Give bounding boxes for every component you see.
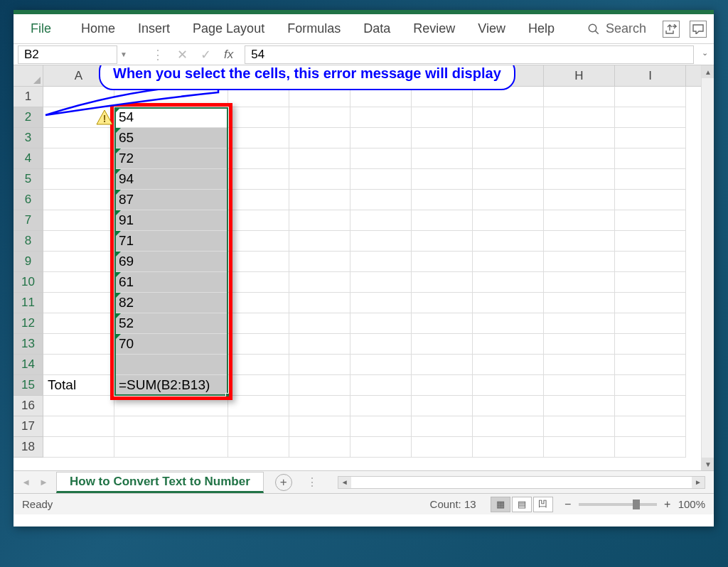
cell-I4[interactable] — [615, 148, 686, 169]
cell-H6[interactable] — [544, 190, 615, 210]
cell-I2[interactable] — [615, 107, 686, 128]
formula-expand[interactable]: ⌄ — [702, 48, 708, 58]
cell-A17[interactable] — [43, 416, 114, 437]
tab-formulas[interactable]: Formulas — [277, 17, 350, 40]
scroll-down-button[interactable]: ▼ — [702, 458, 714, 470]
zoom-level[interactable]: 100% — [678, 498, 705, 510]
cell-D13[interactable] — [289, 334, 350, 355]
cell-F3[interactable] — [412, 128, 473, 148]
cell-C14[interactable] — [228, 355, 289, 375]
tab-help[interactable]: Help — [518, 17, 564, 40]
comments-button[interactable] — [690, 21, 707, 38]
cell-D12[interactable] — [289, 313, 350, 334]
cell-H11[interactable] — [544, 293, 615, 313]
cell-F2[interactable] — [412, 107, 473, 128]
cell-C3[interactable] — [228, 128, 289, 148]
row-header-18[interactable]: 18 — [14, 437, 43, 458]
cell-B9[interactable]: 69 — [114, 252, 228, 272]
cell-F15[interactable] — [412, 375, 473, 396]
col-header-I[interactable]: I — [615, 65, 686, 87]
cell-D17[interactable] — [289, 416, 350, 437]
cell-G5[interactable] — [473, 169, 544, 190]
cell-E6[interactable] — [350, 190, 412, 210]
cell-E18[interactable] — [350, 437, 412, 458]
cell-F18[interactable] — [412, 437, 473, 458]
row-header-13[interactable]: 13 — [14, 334, 43, 355]
add-sheet-button[interactable]: + — [275, 474, 292, 491]
cell-H17[interactable] — [544, 416, 615, 437]
cell-D3[interactable] — [289, 128, 350, 148]
tab-view[interactable]: View — [468, 17, 515, 40]
cell-G14[interactable] — [473, 355, 544, 375]
cell-A15[interactable]: Total — [43, 375, 114, 396]
cell-E8[interactable] — [350, 231, 412, 252]
cell-H12[interactable] — [544, 313, 615, 334]
cell-B18[interactable] — [114, 437, 228, 458]
vertical-scrollbar[interactable]: ▲ ▼ — [701, 65, 714, 470]
cell-F13[interactable] — [412, 334, 473, 355]
cell-G9[interactable] — [473, 252, 544, 272]
row-header-10[interactable]: 10 — [14, 272, 43, 293]
cell-C12[interactable] — [228, 313, 289, 334]
cell-I15[interactable] — [615, 375, 686, 396]
cell-C18[interactable] — [228, 437, 289, 458]
cell-D16[interactable] — [289, 396, 350, 416]
cell-B15[interactable]: =SUM(B2:B13) — [114, 375, 228, 396]
cell-A5[interactable] — [43, 169, 114, 190]
cell-I10[interactable] — [615, 272, 686, 293]
cell-B10[interactable]: 61 — [114, 272, 228, 293]
cell-H3[interactable] — [544, 128, 615, 148]
cell-E13[interactable] — [350, 334, 412, 355]
cell-A7[interactable] — [43, 210, 114, 231]
zoom-out[interactable]: − — [562, 498, 574, 511]
cell-I13[interactable] — [615, 334, 686, 355]
cell-D5[interactable] — [289, 169, 350, 190]
cell-H10[interactable] — [544, 272, 615, 293]
cell-B8[interactable]: 71 — [114, 231, 228, 252]
row-header-11[interactable]: 11 — [14, 293, 43, 313]
row-header-7[interactable]: 7 — [14, 210, 43, 231]
cell-C7[interactable] — [228, 210, 289, 231]
cell-F9[interactable] — [412, 252, 473, 272]
cell-A13[interactable] — [43, 334, 114, 355]
cell-D15[interactable] — [289, 375, 350, 396]
zoom-slider[interactable] — [579, 503, 657, 506]
cell-G18[interactable] — [473, 437, 544, 458]
tab-insert[interactable]: Insert — [128, 17, 180, 40]
cell-E4[interactable] — [350, 148, 412, 169]
cell-H16[interactable] — [544, 396, 615, 416]
cell-H2[interactable] — [544, 107, 615, 128]
cell-G2[interactable] — [473, 107, 544, 128]
row-header-16[interactable]: 16 — [14, 396, 43, 416]
cell-D2[interactable] — [289, 107, 350, 128]
tab-file[interactable]: File — [21, 17, 61, 40]
cell-C17[interactable] — [228, 416, 289, 437]
cell-G12[interactable] — [473, 313, 544, 334]
view-normal[interactable]: ▦ — [491, 497, 510, 512]
row-header-9[interactable]: 9 — [14, 252, 43, 272]
cell-B14[interactable] — [114, 355, 228, 375]
cell-I7[interactable] — [615, 210, 686, 231]
row-header-4[interactable]: 4 — [14, 148, 43, 169]
cancel-icon[interactable]: ✕ — [177, 47, 188, 63]
cell-H15[interactable] — [544, 375, 615, 396]
cell-H9[interactable] — [544, 252, 615, 272]
name-box[interactable]: B2 — [18, 45, 117, 64]
cell-F16[interactable] — [412, 396, 473, 416]
cell-A9[interactable] — [43, 252, 114, 272]
cell-I8[interactable] — [615, 231, 686, 252]
cell-H18[interactable] — [544, 437, 615, 458]
view-page-break[interactable]: 凹 — [533, 497, 553, 512]
cell-A16[interactable] — [43, 396, 114, 416]
cell-D4[interactable] — [289, 148, 350, 169]
cell-B17[interactable] — [114, 416, 228, 437]
cell-G7[interactable] — [473, 210, 544, 231]
cell-G16[interactable] — [473, 396, 544, 416]
row-header-5[interactable]: 5 — [14, 169, 43, 190]
cell-I1[interactable] — [615, 87, 686, 107]
cell-D10[interactable] — [289, 272, 350, 293]
zoom-in[interactable]: + — [661, 498, 674, 511]
cell-C8[interactable] — [228, 231, 289, 252]
cell-C9[interactable] — [228, 252, 289, 272]
tab-home[interactable]: Home — [71, 17, 125, 40]
